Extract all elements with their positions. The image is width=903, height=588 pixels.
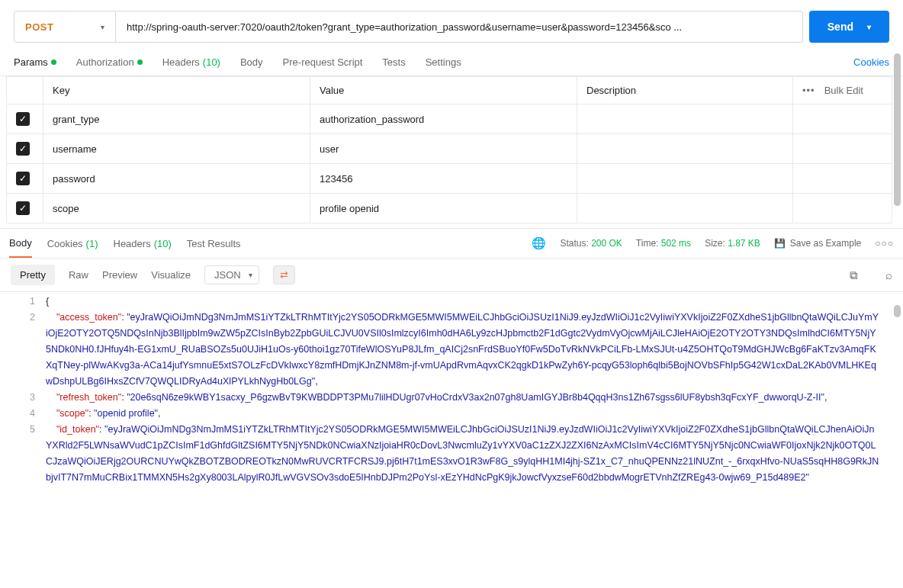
globe-icon[interactable]: 🌐: [532, 236, 546, 250]
table-row[interactable]: ✓scopeprofile openid: [7, 194, 892, 223]
save-example-button[interactable]: 💾Save as Example: [774, 238, 861, 249]
tab-prerequest[interactable]: Pre-request Script: [283, 49, 363, 76]
response-body[interactable]: 12345 { "access_token": "eyJraWQiOiJmNDg…: [0, 292, 903, 568]
view-visualize[interactable]: Visualize: [151, 269, 191, 281]
scrollbar[interactable]: [894, 305, 901, 317]
tab-headers[interactable]: Headers (10): [162, 49, 220, 76]
cookies-link[interactable]: Cookies: [853, 56, 889, 68]
checkbox-icon[interactable]: ✓: [16, 172, 30, 185]
time-label: Time: 502 ms: [636, 238, 691, 249]
dot-icon: [51, 59, 56, 65]
dot-icon: [137, 59, 143, 65]
view-preview[interactable]: Preview: [102, 269, 137, 281]
body-toolbar: Pretty Raw Preview Visualize JSON▾ ⇄ ⧉ ⌕: [0, 259, 903, 292]
search-icon[interactable]: ⌕: [885, 268, 892, 281]
response-tabs: Body Cookies (1) Headers (10) Test Resul…: [0, 228, 903, 259]
bulk-edit-link[interactable]: Bulk Edit: [824, 85, 863, 96]
method-value: POST: [25, 21, 53, 33]
format-select[interactable]: JSON▾: [204, 265, 259, 284]
params-table: Key Value Description ••• Bulk Edit ✓gra…: [6, 76, 892, 223]
table-row[interactable]: ✓usernameuser: [7, 134, 892, 164]
chevron-down-icon: ▾: [249, 271, 252, 279]
resp-tab-testresults[interactable]: Test Results: [187, 229, 241, 258]
col-description: Description: [577, 77, 793, 104]
resp-tab-body[interactable]: Body: [9, 229, 32, 258]
checkbox-icon[interactable]: ✓: [16, 201, 30, 215]
col-key: Key: [43, 77, 310, 104]
tab-params[interactable]: Params: [14, 49, 56, 76]
resp-tab-cookies[interactable]: Cookies (1): [47, 229, 98, 258]
send-button[interactable]: Send ▾: [809, 11, 889, 43]
size-label: Size: 1.87 KB: [705, 238, 760, 249]
col-value: Value: [310, 77, 577, 104]
scrollbar[interactable]: [894, 53, 901, 206]
tab-settings[interactable]: Settings: [426, 49, 461, 76]
send-label: Send: [827, 21, 853, 33]
view-pretty[interactable]: Pretty: [11, 265, 55, 285]
chevron-down-icon[interactable]: ▾: [867, 23, 871, 31]
checkbox-icon[interactable]: ✓: [16, 142, 30, 156]
more-icon[interactable]: •••: [802, 85, 815, 96]
view-raw[interactable]: Raw: [69, 269, 88, 281]
url-input[interactable]: [127, 21, 792, 33]
chevron-down-icon: ▾: [101, 23, 104, 31]
status-label: Status: 200 OK: [560, 238, 622, 249]
table-row[interactable]: ✓grant_typeauthorization_password: [7, 104, 892, 134]
checkbox-icon[interactable]: ✓: [16, 112, 30, 126]
method-select[interactable]: POST ▾: [14, 11, 116, 43]
resp-tab-headers[interactable]: Headers (10): [114, 229, 172, 258]
tab-tests[interactable]: Tests: [382, 49, 405, 76]
more-icon[interactable]: ○○○: [875, 238, 894, 249]
tab-authorization[interactable]: Authorization: [76, 49, 143, 76]
url-input-wrap: [116, 11, 803, 43]
table-row[interactable]: ✓password123456: [7, 164, 892, 194]
wrap-lines-icon[interactable]: ⇄: [273, 265, 295, 284]
tab-body[interactable]: Body: [240, 49, 263, 76]
copy-icon[interactable]: ⧉: [850, 268, 858, 282]
save-icon: 💾: [774, 238, 786, 249]
request-tabs: Params Authorization Headers (10) Body P…: [0, 49, 903, 76]
